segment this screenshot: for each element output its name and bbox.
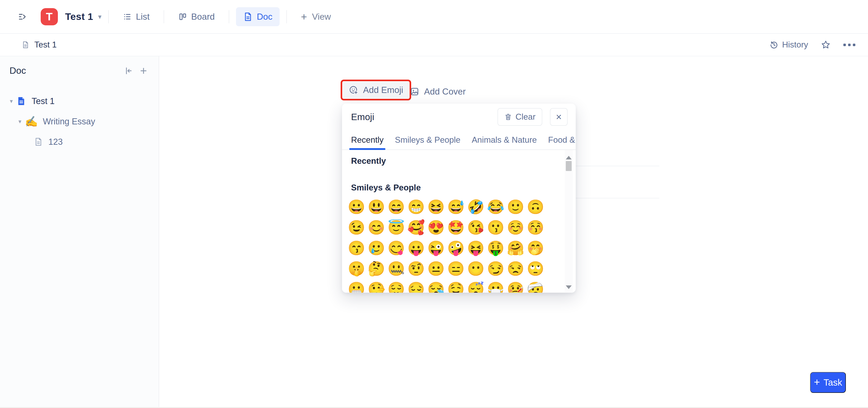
annotation-highlight-box: Add Emoji	[341, 80, 411, 100]
emoji-face-with-medical-mask[interactable]: 😷	[486, 279, 506, 293]
emoji-face-with-head-bandage[interactable]: 🤕	[526, 279, 546, 293]
writing-hand-emoji-icon: ✍️	[25, 116, 38, 127]
add-task-button[interactable]: + Task	[810, 372, 846, 393]
emoji-grinning-face-big-eyes[interactable]: 😃	[366, 197, 386, 217]
emoji-smiling-face[interactable]: ☺️	[506, 217, 526, 238]
sidebar-item-test-1[interactable]: ▾ Test 1	[0, 92, 159, 110]
emoji-kissing-face[interactable]: 😗	[486, 217, 506, 238]
space-name[interactable]: Test 1	[65, 11, 93, 22]
scrollbar[interactable]	[565, 150, 573, 292]
emoji-smiling-face-with-tear[interactable]: 🥲	[366, 238, 386, 258]
doc-icon	[243, 12, 253, 22]
sidebar-item-writing-essay[interactable]: ▾ ✍️ Writing Essay	[0, 112, 159, 131]
emoji-upside-down-face[interactable]: 🙃	[526, 197, 546, 217]
emoji-grinning-squinting-face[interactable]: 😆	[426, 197, 446, 217]
caret-down-icon[interactable]: ▾	[6, 98, 16, 105]
emoji-face-with-thermometer[interactable]: 🤒	[506, 279, 526, 293]
section-smileys-people: Smileys & People	[351, 183, 421, 193]
emoji-face-with-tears-of-joy[interactable]: 😂	[486, 197, 506, 217]
history-button[interactable]: History	[770, 40, 808, 50]
emoji-smiling-face-with-heart-eyes[interactable]: 😍	[426, 217, 446, 238]
tab-food-drink[interactable]: Food &	[548, 130, 575, 149]
tab-animals-nature[interactable]: Animals & Nature	[472, 130, 537, 149]
emoji-rolling-on-floor-laughing[interactable]: 🤣	[466, 197, 486, 217]
top-bar: T Test 1 ▾ List Board Doc + View	[0, 0, 868, 34]
doc-editor-area: Add Emoji Add Cover Emoji	[159, 56, 868, 407]
emoji-sleeping-face[interactable]: 😴	[466, 279, 486, 293]
emoji-relieved-face[interactable]: 😌	[386, 279, 406, 293]
tab-board[interactable]: Board	[171, 7, 222, 26]
emoji-kissing-face-closed-eyes[interactable]: 😚	[526, 217, 546, 238]
emoji-smiling-face-with-open-hands[interactable]: 🤗	[506, 238, 526, 258]
emoji-category-tabs: Recently Smileys & People Animals & Natu…	[342, 130, 576, 150]
add-cover-button[interactable]: Add Cover	[410, 84, 466, 99]
emoji-smiling-face-with-smiling-eyes[interactable]: 😊	[366, 217, 386, 238]
emoji-slightly-smiling-face[interactable]: 🙂	[506, 197, 526, 217]
emoji-expressionless-face[interactable]: 😑	[446, 258, 466, 279]
emoji-neutral-face[interactable]: 😐	[426, 258, 446, 279]
tab-doc[interactable]: Doc	[236, 7, 280, 26]
emoji-drooling-face[interactable]: 🤤	[446, 279, 466, 293]
emoji-sleepy-face[interactable]: 😪	[426, 279, 446, 293]
emoji-face-with-tongue[interactable]: 😛	[406, 238, 426, 258]
emoji-shushing-face[interactable]: 🤫	[346, 258, 366, 279]
clear-emoji-button[interactable]: Clear	[498, 108, 542, 126]
divider	[164, 10, 164, 23]
sidebar-item-label: Test 1	[32, 96, 55, 106]
emoji-face-without-mouth[interactable]: 😶	[466, 258, 486, 279]
tab-doc-label: Doc	[257, 12, 272, 22]
caret-down-icon[interactable]: ▾	[15, 118, 25, 125]
more-options-icon[interactable]	[843, 43, 855, 46]
emoji-beaming-face[interactable]: 😁	[406, 197, 426, 217]
emoji-thinking-face[interactable]: 🤔	[366, 258, 386, 279]
emoji-grinning-face-smiling-eyes[interactable]: 😄	[386, 197, 406, 217]
emoji-zany-face[interactable]: 🤪	[446, 238, 466, 258]
workspace-logo[interactable]: T	[41, 8, 58, 25]
emoji-squinting-face-with-tongue[interactable]: 😝	[466, 238, 486, 258]
emoji-kissing-face-smiling-eyes[interactable]: 😙	[346, 238, 366, 258]
add-emoji-button[interactable]: Add Emoji	[343, 82, 409, 98]
tab-recently[interactable]: Recently	[351, 130, 383, 149]
emoji-smiling-face-with-halo[interactable]: 😇	[386, 217, 406, 238]
emoji-zipper-mouth-face[interactable]: 🤐	[386, 258, 406, 279]
emoji-lying-face[interactable]: 🤥	[366, 279, 386, 293]
emoji-grinning-face-sweat[interactable]: 😅	[446, 197, 466, 217]
emoji-smirking-face[interactable]: 😏	[486, 258, 506, 279]
divider	[229, 10, 229, 23]
plus-icon: +	[814, 376, 820, 388]
add-page-icon[interactable]: +	[140, 66, 147, 75]
emoji-face-savoring-food[interactable]: 😋	[386, 238, 406, 258]
emoji-grinning-face[interactable]: 😀	[346, 197, 366, 217]
smiley-plus-icon	[348, 85, 359, 95]
emoji-grimacing-face[interactable]: 😬	[346, 279, 366, 293]
document-icon	[22, 41, 29, 49]
tab-list[interactable]: List	[116, 7, 157, 26]
chevron-down-icon[interactable]: ▾	[98, 13, 101, 21]
scrollbar-thumb[interactable]	[566, 161, 572, 171]
list-icon	[123, 12, 132, 21]
emoji-face-with-rolling-eyes[interactable]: 🙄	[526, 258, 546, 279]
tab-smileys-people[interactable]: Smileys & People	[395, 130, 460, 149]
emoji-smiling-face-with-hearts[interactable]: 🥰	[406, 217, 426, 238]
emoji-unamused-face[interactable]: 😒	[506, 258, 526, 279]
emoji-winking-face-with-tongue[interactable]: 😜	[426, 238, 446, 258]
collapse-sidebar-icon[interactable]	[124, 66, 133, 76]
emoji-star-struck[interactable]: 🤩	[446, 217, 466, 238]
expand-sidebar-icon[interactable]	[18, 11, 28, 22]
emoji-pensive-face[interactable]: 😔	[406, 279, 426, 293]
tab-list-label: List	[136, 12, 150, 22]
emoji-money-mouth-face[interactable]: 🤑	[486, 238, 506, 258]
close-icon[interactable]: ×	[550, 108, 567, 126]
doc-tree: ▾ Test 1 ▾ ✍️ Writing Essay	[0, 92, 159, 151]
emoji-face-with-raised-eyebrow[interactable]: 🤨	[406, 258, 426, 279]
emoji-face-blowing-a-kiss[interactable]: 😘	[466, 217, 486, 238]
trash-icon	[504, 113, 512, 121]
scroll-up-icon[interactable]	[566, 156, 572, 159]
emoji-winking-face[interactable]: 😉	[346, 217, 366, 238]
add-view-button[interactable]: + View	[293, 7, 338, 26]
breadcrumb[interactable]: Test 1	[34, 40, 57, 50]
sidebar-item-123[interactable]: 123	[0, 133, 159, 151]
scroll-down-icon[interactable]	[566, 285, 572, 289]
emoji-face-with-hand-over-mouth[interactable]: 🤭	[526, 238, 546, 258]
favorite-star-icon[interactable]	[821, 40, 831, 50]
